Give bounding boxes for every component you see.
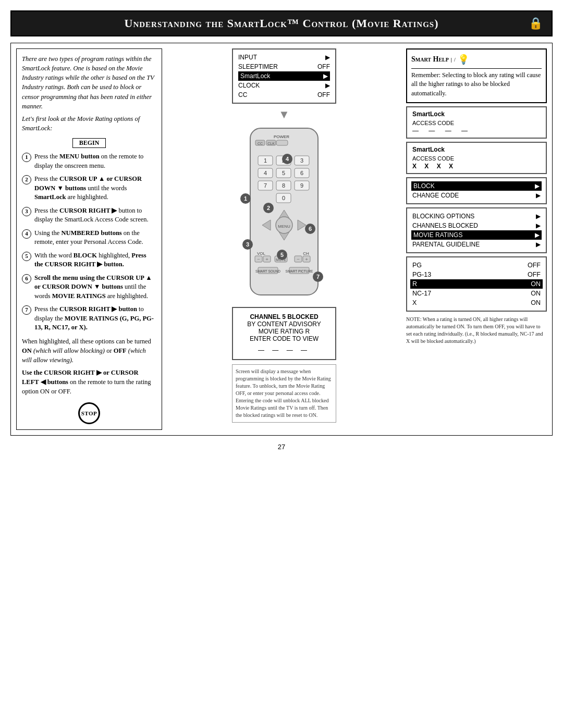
channels-blocked-row: CHANNELS BLOCKED ▶ [412,221,541,230]
step-5: 5 With the word BLOCK highlighted, Press… [22,251,156,269]
after-steps-text: When highlighted, all these options can … [22,337,156,365]
step-num-3: 3 [22,207,31,216]
menu-row-smartlock: SmartLock ▶ [238,71,330,81]
smart-help-header: Smart Help | / 💡 [411,54,542,65]
ac-screen1-label: SmartLock [412,110,541,118]
svg-text:+: + [305,256,308,262]
svg-text:POWER: POWER [274,134,289,139]
remote-step-5: 5 [277,250,287,260]
svg-text:1: 1 [264,157,267,164]
step-num-5: 5 [22,252,31,261]
svg-text:0: 0 [282,195,285,201]
svg-text:7: 7 [264,182,267,189]
svg-text:−: − [257,256,260,262]
smart-help-title: Smart Help [411,55,449,64]
ac-screen1-dashes: — — — — [412,127,541,134]
page-title: Understanding the SmartLock™ Control (Mo… [125,17,439,30]
step-text-4: Using the NUMBERED buttons on the remote… [34,229,156,247]
step-6: 6 Scroll the menu using the CURSOR UP ▲ … [22,274,156,301]
svg-text:6: 6 [300,170,303,176]
rating-x-row: X ON [412,298,541,307]
ac-screen2-label: SmartLock [412,146,541,153]
right-column: Smart Help | / 💡 Remember: Selecting to … [406,48,547,430]
access-code-screen-2: SmartLock ACCESS CODE X X X X [406,142,547,174]
svg-text:CLK: CLK [267,142,275,145]
lock-icon: 🔒 [529,17,543,30]
svg-text:+: + [265,256,268,262]
access-code-screen-1: SmartLock ACCESS CODE — — — — [406,106,547,139]
blocking-options-row: BLOCKING OPTIONS ▶ [412,212,541,221]
left-column: There are two types of program ratings w… [16,48,162,430]
main-layout: There are two types of program ratings w… [10,43,553,436]
step-num-7: 7 [22,305,31,315]
begin-label: BEGIN [72,138,106,148]
menu-row-sleeptimer: SLEEPTIMER OFF [238,62,330,71]
rating-pg-row: PG OFF [412,261,541,270]
ac-screen2-code: X X X X [412,163,541,170]
remote-step-6: 6 [305,224,315,234]
step-2: 2 Press the CURSOR UP ▲ or CURSOR DOWN ▼… [22,175,156,202]
intro-text-2: Let's first look at the Movie Rating opt… [22,114,156,133]
svg-text:VOL: VOL [257,251,266,256]
ac-screen2-code-label: ACCESS CODE [412,155,541,162]
svg-text:SMART SOUND: SMART SOUND [255,269,280,273]
svg-text:CH: CH [303,251,309,256]
parental-guideline-row: PARENTAL GUIDELINE ▶ [412,240,541,249]
note-text: NOTE: When a rating is turned ON, all hi… [406,316,547,345]
step-4: 4 Using the NUMBERED buttons on the remo… [22,229,156,247]
step-num-6: 6 [22,274,31,283]
svg-text:5: 5 [282,170,285,176]
step-num-4: 4 [22,229,31,239]
blocked-line-1: CHANNEL 5 BLOCKED [238,313,330,320]
channel-blocked-screen: CHANNEL 5 BLOCKED BY CONTENT ADVISORY MO… [232,307,336,360]
svg-text:4: 4 [264,170,267,176]
rating-nc17-row: NC-17 ON [412,289,541,298]
remote-step-7: 7 [313,272,323,282]
remote-step-1: 1 [240,193,251,204]
menu-screen-1: INPUT ▶ SLEEPTIMER OFF SmartLock ▶ CLOCK… [232,48,336,104]
cursor-text: Use the CURSOR RIGHT ▶ or CURSOR LEFT ◀ … [22,368,156,396]
step-text-2: Press the CURSOR UP ▲ or CURSOR DOWN ▼ b… [34,175,156,202]
smart-help-box: Smart Help | / 💡 Remember: Selecting to … [406,48,547,103]
page-header: Understanding the SmartLock™ Control (Mo… [10,10,553,36]
svg-text:CC: CC [258,142,263,145]
divider-line [411,68,542,69]
change-code-row: CHANGE CODE ▶ [412,191,541,200]
remote-illustration: POWER CC CLK 1 2 3 4 5 6 [232,126,336,303]
svg-rect-2 [276,140,288,145]
blocking-options-screen: BLOCKING OPTIONS ▶ CHANNELS BLOCKED ▶ MO… [406,207,547,253]
arrow-down-1: ▼ [278,108,290,121]
svg-text:3: 3 [300,157,303,164]
step-text-3: Press the CURSOR RIGHT ▶ button to displ… [34,206,156,225]
step-text-1: Press the MENU button on the remote to d… [34,152,156,170]
blocked-line-4: ENTER CODE TO VIEW [238,335,330,342]
smart-help-text: Remember: Selecting to block any rating … [411,71,542,98]
intro-text: There are two types of program ratings w… [22,54,156,111]
rating-pg13-row: PG-13 OFF [412,270,541,279]
menu-row-cc: CC OFF [238,90,330,100]
remote-step-4: 4 [282,154,292,164]
remote-step-3: 3 [242,239,253,250]
ac-screen1-code-label: ACCESS CODE [412,120,541,126]
blocked-line-3: MOVIE RATING R [238,328,330,335]
step-text-5: With the word BLOCK highlighted, Press t… [34,251,156,269]
step-1: 1 Press the MENU button on the remote to… [22,152,156,170]
rating-r-row: R ON [410,279,543,289]
svg-text:8: 8 [282,182,285,189]
menu-row-clock: CLOCK ▶ [238,81,330,90]
remote-step-2: 2 [263,203,274,213]
svg-text:SMART PICTURE: SMART PICTURE [286,269,314,273]
step-num-1: 1 [22,153,31,162]
bulb-icon: 💡 [458,54,469,65]
screen-caption: Screen will display a message when progr… [232,364,336,423]
ratings-screen: PG OFF PG-13 OFF R ON NC-17 ON X ON [406,256,547,312]
svg-text:−: − [297,256,300,262]
svg-text:9: 9 [300,182,303,189]
page-number: 27 [10,443,553,451]
block-screen: BLOCK ▶ CHANGE CODE ▶ [406,177,547,204]
blocked-line-2: BY CONTENT ADVISORY [238,320,330,328]
step-num-2: 2 [22,175,31,184]
block-row: BLOCK ▶ [411,181,542,191]
step-7: 7 Press the CURSOR RIGHT ▶ button to dis… [22,305,156,332]
step-text-6: Scroll the menu using the CURSOR UP ▲ or… [34,274,156,301]
